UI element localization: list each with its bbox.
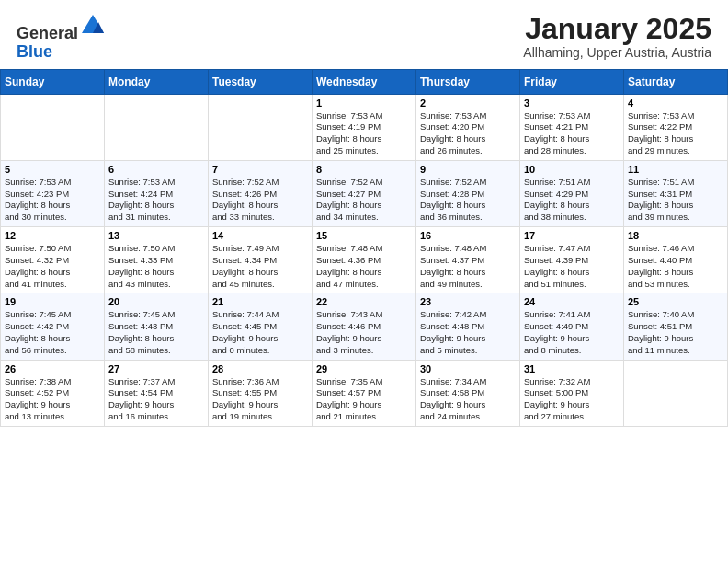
calendar-cell: 4Sunrise: 7:53 AM Sunset: 4:22 PM Daylig…: [624, 94, 728, 160]
title-block: January 2025 Allhaming, Upper Austria, A…: [523, 13, 711, 60]
day-number: 28: [212, 363, 308, 374]
calendar-cell: 23Sunrise: 7:42 AM Sunset: 4:48 PM Dayli…: [416, 293, 520, 360]
day-number: 22: [316, 296, 412, 307]
day-info: Sunrise: 7:45 AM Sunset: 4:42 PM Dayligh…: [5, 309, 100, 356]
calendar-cell: 21Sunrise: 7:44 AM Sunset: 4:45 PM Dayli…: [209, 293, 313, 360]
weekday-header-tuesday: Tuesday: [209, 69, 313, 94]
day-info: Sunrise: 7:51 AM Sunset: 4:31 PM Dayligh…: [628, 177, 723, 224]
day-info: Sunrise: 7:52 AM Sunset: 4:26 PM Dayligh…: [212, 177, 308, 224]
week-row-5: 26Sunrise: 7:38 AM Sunset: 4:52 PM Dayli…: [1, 360, 728, 426]
day-number: 8: [316, 164, 412, 175]
day-info: Sunrise: 7:48 AM Sunset: 4:37 PM Dayligh…: [420, 243, 516, 290]
calendar-cell: 11Sunrise: 7:51 AM Sunset: 4:31 PM Dayli…: [624, 160, 728, 226]
calendar-cell: 20Sunrise: 7:45 AM Sunset: 4:43 PM Dayli…: [105, 293, 209, 360]
calendar-cell: 25Sunrise: 7:40 AM Sunset: 4:51 PM Dayli…: [624, 293, 728, 360]
day-number: 16: [420, 230, 516, 241]
calendar-cell: [105, 94, 209, 160]
day-info: Sunrise: 7:53 AM Sunset: 4:20 PM Dayligh…: [420, 110, 516, 157]
calendar-cell: 15Sunrise: 7:48 AM Sunset: 4:36 PM Dayli…: [313, 227, 416, 293]
day-info: Sunrise: 7:50 AM Sunset: 4:32 PM Dayligh…: [5, 243, 100, 290]
calendar-cell: 16Sunrise: 7:48 AM Sunset: 4:37 PM Dayli…: [416, 227, 520, 293]
calendar-cell: 8Sunrise: 7:52 AM Sunset: 4:27 PM Daylig…: [313, 160, 416, 226]
day-number: 20: [108, 296, 204, 307]
calendar-cell: 14Sunrise: 7:49 AM Sunset: 4:34 PM Dayli…: [209, 227, 313, 293]
weekday-header-row: SundayMondayTuesdayWednesdayThursdayFrid…: [1, 69, 728, 94]
day-info: Sunrise: 7:32 AM Sunset: 5:00 PM Dayligh…: [524, 376, 620, 423]
calendar-cell: 2Sunrise: 7:53 AM Sunset: 4:20 PM Daylig…: [416, 94, 520, 160]
calendar-cell: 28Sunrise: 7:36 AM Sunset: 4:55 PM Dayli…: [209, 360, 313, 426]
day-number: 14: [212, 230, 308, 241]
calendar-cell: 12Sunrise: 7:50 AM Sunset: 4:32 PM Dayli…: [1, 227, 105, 293]
day-number: 11: [628, 164, 723, 175]
day-info: Sunrise: 7:35 AM Sunset: 4:57 PM Dayligh…: [316, 376, 412, 423]
calendar-cell: 27Sunrise: 7:37 AM Sunset: 4:54 PM Dayli…: [105, 360, 209, 426]
day-number: 15: [316, 230, 412, 241]
week-row-3: 12Sunrise: 7:50 AM Sunset: 4:32 PM Dayli…: [1, 227, 728, 293]
calendar-cell: 31Sunrise: 7:32 AM Sunset: 5:00 PM Dayli…: [520, 360, 624, 426]
calendar-cell: 18Sunrise: 7:46 AM Sunset: 4:40 PM Dayli…: [624, 227, 728, 293]
day-info: Sunrise: 7:34 AM Sunset: 4:58 PM Dayligh…: [420, 376, 516, 423]
day-number: 10: [524, 164, 620, 175]
calendar-cell: [1, 94, 105, 160]
day-info: Sunrise: 7:46 AM Sunset: 4:40 PM Dayligh…: [628, 243, 723, 290]
day-number: 5: [5, 164, 100, 175]
day-info: Sunrise: 7:52 AM Sunset: 4:27 PM Dayligh…: [316, 177, 412, 224]
day-number: 17: [524, 230, 620, 241]
logo-blue-text: Blue: [17, 42, 52, 61]
calendar-cell: 29Sunrise: 7:35 AM Sunset: 4:57 PM Dayli…: [313, 360, 416, 426]
day-number: 18: [628, 230, 723, 241]
calendar-cell: 3Sunrise: 7:53 AM Sunset: 4:21 PM Daylig…: [520, 94, 624, 160]
day-number: 31: [524, 363, 620, 374]
location-subtitle: Allhaming, Upper Austria, Austria: [523, 45, 711, 60]
logo-general-text: General: [17, 24, 78, 42]
weekday-header-saturday: Saturday: [624, 69, 728, 94]
calendar-cell: 24Sunrise: 7:41 AM Sunset: 4:49 PM Dayli…: [520, 293, 624, 360]
week-row-2: 5Sunrise: 7:53 AM Sunset: 4:23 PM Daylig…: [1, 160, 728, 226]
day-info: Sunrise: 7:53 AM Sunset: 4:22 PM Dayligh…: [628, 110, 723, 157]
day-info: Sunrise: 7:43 AM Sunset: 4:46 PM Dayligh…: [316, 309, 412, 356]
day-info: Sunrise: 7:50 AM Sunset: 4:33 PM Dayligh…: [108, 243, 204, 290]
week-row-4: 19Sunrise: 7:45 AM Sunset: 4:42 PM Dayli…: [1, 293, 728, 360]
calendar-cell: 13Sunrise: 7:50 AM Sunset: 4:33 PM Dayli…: [105, 227, 209, 293]
calendar-cell: 22Sunrise: 7:43 AM Sunset: 4:46 PM Dayli…: [313, 293, 416, 360]
month-title: January 2025: [523, 13, 711, 45]
day-info: Sunrise: 7:45 AM Sunset: 4:43 PM Dayligh…: [108, 309, 204, 356]
page-header: General Blue January 2025 Allhaming, Upp…: [0, 0, 728, 69]
day-number: 6: [108, 164, 204, 175]
calendar-cell: 6Sunrise: 7:53 AM Sunset: 4:24 PM Daylig…: [105, 160, 209, 226]
calendar-cell: 19Sunrise: 7:45 AM Sunset: 4:42 PM Dayli…: [1, 293, 105, 360]
day-number: 30: [420, 363, 516, 374]
calendar-cell: 10Sunrise: 7:51 AM Sunset: 4:29 PM Dayli…: [520, 160, 624, 226]
day-info: Sunrise: 7:41 AM Sunset: 4:49 PM Dayligh…: [524, 309, 620, 356]
day-number: 21: [212, 296, 308, 307]
weekday-header-sunday: Sunday: [1, 69, 105, 94]
day-number: 24: [524, 296, 620, 307]
day-info: Sunrise: 7:53 AM Sunset: 4:23 PM Dayligh…: [5, 177, 100, 224]
calendar-table: SundayMondayTuesdayWednesdayThursdayFrid…: [0, 69, 728, 427]
day-number: 4: [628, 98, 723, 109]
day-number: 19: [5, 296, 100, 307]
calendar-cell: 5Sunrise: 7:53 AM Sunset: 4:23 PM Daylig…: [1, 160, 105, 226]
day-info: Sunrise: 7:47 AM Sunset: 4:39 PM Dayligh…: [524, 243, 620, 290]
day-info: Sunrise: 7:38 AM Sunset: 4:52 PM Dayligh…: [5, 376, 100, 423]
day-number: 9: [420, 164, 516, 175]
day-number: 27: [108, 363, 204, 374]
day-number: 29: [316, 363, 412, 374]
calendar-cell: 26Sunrise: 7:38 AM Sunset: 4:52 PM Dayli…: [1, 360, 105, 426]
day-number: 23: [420, 296, 516, 307]
day-info: Sunrise: 7:52 AM Sunset: 4:28 PM Dayligh…: [420, 177, 516, 224]
day-info: Sunrise: 7:40 AM Sunset: 4:51 PM Dayligh…: [628, 309, 723, 356]
day-info: Sunrise: 7:48 AM Sunset: 4:36 PM Dayligh…: [316, 243, 412, 290]
day-number: 1: [316, 98, 412, 109]
day-info: Sunrise: 7:53 AM Sunset: 4:24 PM Dayligh…: [108, 177, 204, 224]
calendar-cell: 9Sunrise: 7:52 AM Sunset: 4:28 PM Daylig…: [416, 160, 520, 226]
day-number: 25: [628, 296, 723, 307]
calendar-cell: [209, 94, 313, 160]
weekday-header-wednesday: Wednesday: [313, 69, 416, 94]
logo-icon: [80, 13, 106, 39]
day-number: 26: [5, 363, 100, 374]
day-info: Sunrise: 7:51 AM Sunset: 4:29 PM Dayligh…: [524, 177, 620, 224]
day-number: 2: [420, 98, 516, 109]
day-number: 7: [212, 164, 308, 175]
day-info: Sunrise: 7:42 AM Sunset: 4:48 PM Dayligh…: [420, 309, 516, 356]
